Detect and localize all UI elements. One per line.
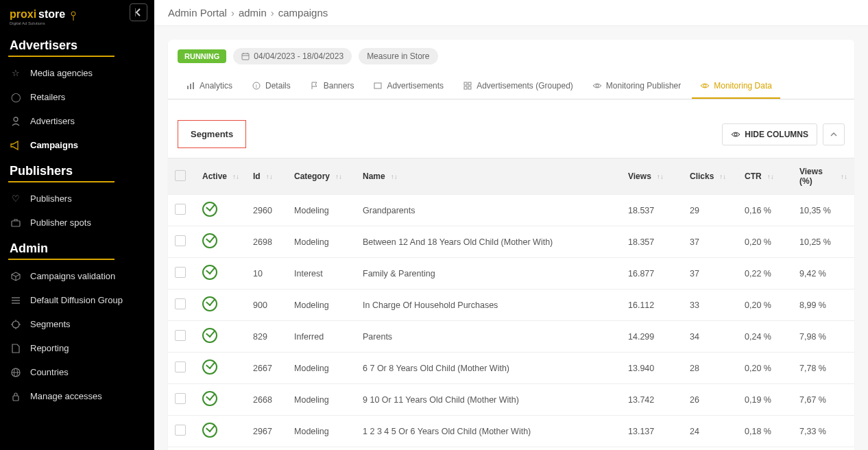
briefcase-icon	[10, 219, 22, 227]
heart-icon: ♡	[10, 193, 22, 204]
sidebar-item-advertisers[interactable]: Advertisers	[0, 109, 154, 133]
cell-name: Parents	[356, 321, 621, 353]
select-all-checkbox[interactable]	[175, 170, 186, 181]
sidebar-item-label: Advertisers	[30, 116, 75, 126]
breadcrumb-part[interactable]: Admin Portal	[168, 7, 227, 19]
row-checkbox[interactable]	[175, 267, 186, 278]
cell-views: 16.112	[621, 289, 683, 321]
col-header-active[interactable]: Active	[202, 171, 227, 181]
eye-icon	[592, 81, 602, 91]
row-checkbox[interactable]	[175, 393, 186, 404]
sidebar-item-publisher-spots[interactable]: Publisher spots	[0, 211, 154, 235]
collapse-panel-button[interactable]	[823, 123, 845, 145]
tabs: Analytics iDetails Banners Advertisement…	[168, 74, 854, 99]
sort-icon[interactable]: ↑↓	[841, 173, 847, 180]
tab-advertisements-grouped[interactable]: Advertisements (Grouped)	[455, 74, 581, 99]
sidebar-item-media-agencies[interactable]: ☆Media agencies	[0, 61, 154, 85]
table-row: 900ModelingIn Charge Of Household Purcha…	[168, 289, 854, 321]
svg-text:store: store	[38, 8, 65, 20]
cell-id: 10	[246, 258, 287, 289]
segments-tab[interactable]: Segments	[178, 120, 246, 148]
svg-point-11	[12, 321, 19, 328]
sort-icon[interactable]: ↑↓	[266, 173, 273, 180]
cell-clicks: 26	[683, 384, 738, 416]
table-row: 2667Modeling6 7 Or 8 Years Old Child (Mo…	[168, 353, 854, 384]
tab-banners[interactable]: Banners	[302, 74, 363, 99]
sort-icon[interactable]: ↑↓	[719, 173, 726, 180]
sidebar-item-manage-accesses[interactable]: Manage accesses	[0, 384, 154, 408]
row-checkbox[interactable]	[175, 204, 186, 215]
sidebar-item-retailers[interactable]: ◯Retailers	[0, 85, 154, 109]
cell-name: 3 4 Or 5 Years Old Child (Mother With)	[356, 447, 621, 451]
cell-name: Grandparents	[356, 195, 621, 226]
svg-rect-30	[464, 82, 467, 85]
sidebar-collapse-button[interactable]	[130, 3, 147, 21]
active-check-icon	[202, 328, 217, 343]
sidebar-item-label: Segments	[30, 319, 71, 329]
row-checkbox[interactable]	[175, 298, 186, 309]
col-header-clicks[interactable]: Clicks	[690, 171, 714, 181]
sidebar-item-campaigns-validation[interactable]: Campaigns validation	[0, 264, 154, 288]
table-row: 2664Modeling3 4 Or 5 Years Old Child (Mo…	[168, 447, 854, 451]
measure-in-store-pill[interactable]: Measure in Store	[359, 48, 437, 64]
col-header-views-pct[interactable]: Views (%)	[799, 167, 835, 186]
cell-id: 2668	[246, 384, 287, 416]
svg-rect-33	[468, 86, 471, 89]
info-icon: i	[252, 81, 261, 91]
row-checkbox[interactable]	[175, 330, 186, 341]
sidebar-item-campaigns[interactable]: Campaigns	[0, 133, 154, 157]
hide-columns-button[interactable]: HIDE COLUMNS	[722, 123, 817, 145]
col-header-views[interactable]: Views	[628, 171, 651, 181]
table-row: 10InterestFamily & Parenting16.877370,22…	[168, 258, 854, 289]
active-check-icon	[202, 423, 217, 438]
svg-point-35	[703, 84, 706, 87]
sidebar-item-segments[interactable]: Segments	[0, 312, 154, 336]
tab-monitoring-publisher[interactable]: Monitoring Publisher	[584, 74, 689, 99]
cell-id: 2667	[246, 353, 287, 384]
row-checkbox[interactable]	[175, 235, 186, 246]
cell-views: 16.877	[621, 258, 683, 289]
cell-id: 829	[246, 321, 287, 353]
sidebar-item-default-diffusion[interactable]: Default Diffusion Group	[0, 288, 154, 312]
col-header-id[interactable]: Id	[253, 171, 261, 181]
row-checkbox[interactable]	[175, 425, 186, 436]
eye-icon	[731, 131, 740, 138]
cell-views-pct: 10,35 %	[793, 195, 854, 226]
sort-icon[interactable]: ↑↓	[767, 173, 774, 180]
svg-text:Digital Ad Solutions: Digital Ad Solutions	[10, 21, 45, 25]
col-header-ctr[interactable]: CTR	[745, 171, 762, 181]
sort-icon[interactable]: ↑↓	[391, 173, 398, 180]
breadcrumb-part[interactable]: campaigns	[278, 7, 328, 19]
sidebar-item-countries[interactable]: Countries	[0, 360, 154, 384]
cell-category: Modeling	[287, 289, 356, 321]
svg-point-34	[596, 84, 599, 87]
cell-id: 2967	[246, 416, 287, 447]
group-icon	[463, 81, 472, 91]
document-icon	[10, 344, 22, 353]
sidebar-item-publishers[interactable]: ♡Publishers	[0, 187, 154, 211]
chevron-right-icon: ›	[231, 7, 234, 19]
sort-icon[interactable]: ↑↓	[232, 173, 239, 180]
cell-category: Inferred	[287, 321, 356, 353]
sort-icon[interactable]: ↑↓	[335, 173, 342, 180]
sort-icon[interactable]: ↑↓	[657, 173, 664, 180]
sidebar-item-reporting[interactable]: Reporting	[0, 336, 154, 360]
tab-details[interactable]: iDetails	[243, 74, 299, 99]
cell-views-pct: 10,25 %	[793, 226, 854, 258]
active-check-icon	[202, 202, 217, 217]
lock-icon	[10, 392, 22, 401]
cell-name: Family & Parenting	[356, 258, 621, 289]
breadcrumb-part[interactable]: admin	[239, 7, 267, 19]
sidebar-item-label: Manage accesses	[30, 391, 102, 401]
cell-clicks: 28	[683, 353, 738, 384]
tab-analytics[interactable]: Analytics	[178, 74, 241, 99]
col-header-category[interactable]: Category	[294, 171, 330, 181]
section-title-advertisers: Advertisers	[0, 32, 154, 56]
tab-advertisements[interactable]: Advertisements	[365, 74, 452, 99]
tab-monitoring-data[interactable]: Monitoring Data	[692, 74, 780, 99]
row-checkbox[interactable]	[175, 362, 186, 372]
col-header-name[interactable]: Name	[363, 171, 385, 181]
cell-ctr: 0,19 %	[738, 447, 793, 451]
sidebar-item-label: Campaigns	[30, 140, 78, 150]
date-range-pill[interactable]: 04/04/2023 - 18/04/2023	[233, 48, 352, 64]
